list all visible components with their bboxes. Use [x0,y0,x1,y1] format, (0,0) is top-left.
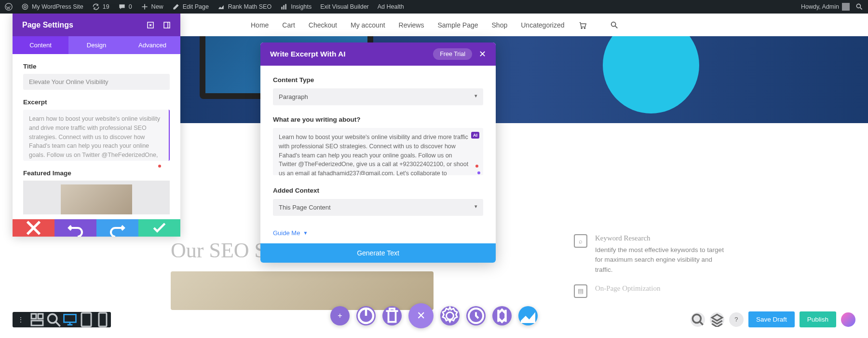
resize-handle-dot [475,165,478,168]
tab-advanced[interactable]: Advanced [124,36,180,54]
updates-count: 19 [103,3,109,10]
wp-logo[interactable] [5,3,13,11]
comments-link[interactable]: 0 [118,3,132,11]
save-draft-button[interactable]: Save Draft [748,311,795,327]
trash-button[interactable] [382,306,402,325]
exit-vb-link[interactable]: Exit Visual Builder [320,3,369,10]
settings-title: Page Settings [22,21,147,29]
rankmath-link[interactable]: Rank Math SEO [217,3,271,11]
svg-rect-18 [81,313,91,326]
nav-uncat[interactable]: Uncategorized [521,21,564,29]
nav-search-icon[interactable] [610,21,619,29]
nav-sample[interactable]: Sample Page [437,21,478,29]
svg-rect-19 [99,313,107,326]
history-button[interactable] [466,306,486,325]
expand-icon[interactable] [147,21,154,29]
search-circle-button[interactable] [691,312,705,327]
ai-brain-button[interactable] [841,312,855,327]
new-link[interactable]: New [141,3,163,11]
featured-image-preview[interactable] [23,181,170,214]
free-trial-button[interactable]: Free Trial [433,48,472,60]
tab-content[interactable]: Content [13,36,68,54]
cancel-button[interactable] [13,219,54,237]
close-builder-button[interactable]: ✕ [408,303,434,328]
svg-rect-15 [31,321,43,325]
confirm-button[interactable] [138,219,180,237]
svg-rect-4 [284,5,285,10]
bookmark-icon: ▤ [574,284,587,298]
svg-point-0 [5,3,12,10]
about-textarea[interactable]: Learn how to boost your website's online… [273,128,483,175]
tab-design[interactable]: Design [68,36,124,54]
zoom-icon[interactable] [45,312,62,327]
nav-shop[interactable]: Shop [492,21,508,29]
context-select[interactable]: This Page Content [273,199,483,216]
publish-button[interactable]: Publish [800,311,836,327]
nav-home[interactable]: Home [251,21,269,29]
settings-footer [13,219,180,237]
layers-button[interactable] [492,306,512,325]
desktop-icon[interactable] [62,312,78,327]
wordpress-icon [5,3,13,11]
menu-icon[interactable]: ⋮ [13,312,29,327]
settings-header: Page Settings [13,14,180,36]
pencil-icon [172,3,180,11]
excerpt-textarea[interactable]: Learn how to boost your website's online… [23,110,170,161]
service-item: ▤ On-Page Optimization [574,284,728,298]
featured-image-label: Featured Image [23,169,170,177]
service-title: On-Page Optimization [595,284,660,293]
svg-point-6 [856,4,860,8]
ai-modal-title: Write Excerpt With AI [270,50,433,58]
svg-rect-14 [38,314,43,319]
edit-page-link[interactable]: Edit Page [172,3,209,11]
guide-me-link[interactable]: Guide Me▼ [273,229,483,237]
svg-rect-11 [164,22,170,28]
ai-excerpt-modal: Write Excerpt With AI Free Trial ✕ Conte… [260,42,496,263]
content-type-select[interactable]: Paragraph [273,88,483,105]
dock-icon[interactable] [163,21,171,29]
svg-rect-3 [282,7,283,10]
nav-checkout[interactable]: Checkout [309,21,337,29]
stats-button[interactable] [518,306,538,325]
phone-icon[interactable] [95,312,111,327]
undo-button[interactable] [54,219,96,237]
site-name-link[interactable]: My WordPress Site [21,3,83,11]
add-button[interactable]: + [330,306,350,325]
generate-text-button[interactable]: Generate Text [260,243,496,263]
chevron-down-icon: ▼ [303,230,308,236]
title-input[interactable] [23,74,170,90]
help-button[interactable]: ? [729,312,744,327]
adhealth-link[interactable]: Ad Health [378,3,404,10]
updates-link[interactable]: 19 [92,3,109,11]
title-label: Title [23,63,170,70]
view-toolbar: ⋮ [13,312,111,327]
cart-icon[interactable] [578,21,587,29]
search-toggle[interactable] [855,3,863,11]
svg-point-9 [611,22,615,26]
redo-button[interactable] [96,219,138,237]
service-title: Keyword Research [595,234,728,242]
insights-text: Insights [291,3,312,10]
svg-point-1 [22,4,27,9]
gear-button[interactable] [440,306,460,325]
close-icon[interactable]: ✕ [479,49,486,59]
services-image [171,271,434,310]
tablet-icon[interactable] [78,312,95,327]
about-label: What are you writing about? [273,116,483,123]
layers-circle-button[interactable] [710,312,724,327]
ai-badge[interactable]: AI [471,132,479,139]
svg-point-16 [48,314,57,323]
howdy-link[interactable]: Howdy, Admin [801,3,850,11]
insights-link[interactable]: Insights [280,3,312,11]
wireframe-icon[interactable] [29,312,45,327]
power-button[interactable] [356,306,376,325]
nav-cart[interactable]: Cart [282,21,295,29]
home-icon [21,3,29,11]
settings-tabs: Content Design Advanced [13,36,180,54]
rankmath-text: Rank Math SEO [228,3,271,10]
nav-reviews[interactable]: Reviews [399,21,424,29]
howdy-text: Howdy, Admin [801,3,839,10]
update-icon [92,3,100,11]
service-desc: Identify the most effective keywords to … [595,245,728,275]
nav-account[interactable]: My account [351,21,385,29]
